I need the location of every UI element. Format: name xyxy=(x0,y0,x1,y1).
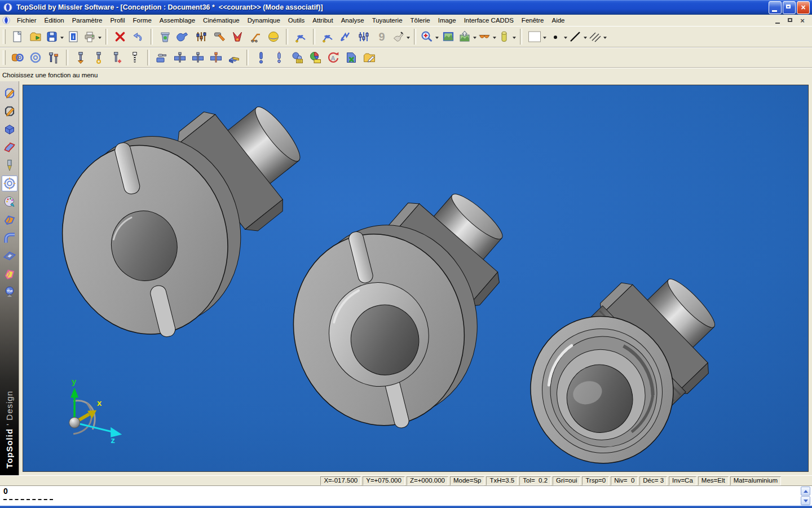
dropdown-caret-icon[interactable] xyxy=(435,37,439,41)
pin-button[interactable] xyxy=(153,49,171,67)
sidebar-surface-button[interactable] xyxy=(2,139,17,155)
mdi-restore-button[interactable] xyxy=(786,17,794,24)
screw-add-button[interactable] xyxy=(108,49,126,67)
component-axis-button[interactable] xyxy=(270,49,288,67)
sidebar-assembly-button[interactable] xyxy=(2,176,17,191)
attributes-button[interactable] xyxy=(192,28,210,46)
new-document-button[interactable] xyxy=(8,28,27,46)
menu-t-lerie[interactable]: Tôlerie xyxy=(407,16,434,25)
dropdown-caret-icon[interactable] xyxy=(98,37,102,41)
dynamic-edition-button[interactable] xyxy=(391,28,411,46)
image-capture-button[interactable] xyxy=(457,28,477,46)
menu-fichier[interactable]: Fichier xyxy=(13,16,41,25)
screw-insert-button[interactable] xyxy=(72,49,90,67)
screw-washer-button[interactable] xyxy=(90,49,108,67)
minimize-button[interactable] xyxy=(769,1,782,14)
fit-view-button[interactable] xyxy=(439,28,457,46)
measure-button[interactable] xyxy=(246,28,264,46)
hatch-style-button[interactable] xyxy=(588,28,607,46)
toolbar-handle[interactable] xyxy=(3,29,6,44)
sidebar-drafting-button[interactable] xyxy=(2,248,17,264)
sidebar-sheet-metal-button[interactable] xyxy=(2,212,17,227)
output-panel[interactable]: 0 xyxy=(0,485,812,506)
export-assembly-button[interactable] xyxy=(342,49,360,67)
plate-bolting-button[interactable] xyxy=(189,49,207,67)
menu-cin-matique[interactable]: Cinématique xyxy=(199,16,244,25)
menu-analyse[interactable]: Analyse xyxy=(337,16,368,25)
sidebar-camera-button[interactable]: TOP xyxy=(2,284,17,300)
bearing-button[interactable] xyxy=(8,49,27,67)
selection-mode-button[interactable] xyxy=(319,28,337,46)
screw-standard-button[interactable] xyxy=(126,49,144,67)
stacking-button[interactable] xyxy=(225,49,243,67)
dropdown-caret-icon[interactable] xyxy=(584,37,587,41)
menu-fen-tre[interactable]: Fenêtre xyxy=(518,16,548,25)
sidebar-unfolding-button[interactable] xyxy=(2,266,17,282)
delete-button[interactable] xyxy=(111,28,129,46)
shading-sphere-button[interactable] xyxy=(264,28,283,46)
plate-nut-button[interactable] xyxy=(207,49,225,67)
standard-component-button[interactable] xyxy=(252,49,270,67)
dropdown-caret-icon[interactable] xyxy=(407,37,410,41)
mdi-close-button[interactable]: × xyxy=(798,17,806,24)
dropdown-caret-icon[interactable] xyxy=(493,37,496,41)
sidebar-piping-button[interactable] xyxy=(2,230,17,246)
ring-button[interactable] xyxy=(27,49,45,67)
menu--dition[interactable]: Édition xyxy=(41,16,68,25)
open-document-button[interactable] xyxy=(27,28,45,46)
sidebar-appearance-button[interactable] xyxy=(2,194,17,209)
menu-forme[interactable]: Forme xyxy=(129,16,156,25)
menu-image[interactable]: Image xyxy=(434,16,460,25)
menu-dynamique[interactable]: Dynamique xyxy=(244,16,284,25)
sidebar-shape-button[interactable] xyxy=(2,121,17,137)
scroll-down-button[interactable] xyxy=(801,496,810,505)
plate-screwing-button[interactable] xyxy=(171,49,189,67)
close-button[interactable]: × xyxy=(797,1,810,14)
render-mode-button[interactable] xyxy=(497,28,517,46)
menu-interface-cadds[interactable]: Interface CADDS xyxy=(460,16,518,25)
tools-button[interactable] xyxy=(210,28,228,46)
vertex-selection-button[interactable] xyxy=(337,28,355,46)
dropdown-caret-icon[interactable] xyxy=(543,37,546,41)
menu-tuyauterie[interactable]: Tuyauterie xyxy=(368,16,407,25)
mdi-minimize-button[interactable] xyxy=(774,17,782,24)
bolt-pair-button[interactable] xyxy=(45,49,63,67)
modify-button[interactable] xyxy=(174,28,192,46)
bill-of-material-button[interactable] xyxy=(288,49,306,67)
recycle-bin-button[interactable] xyxy=(156,28,174,46)
smart-selection-button[interactable] xyxy=(292,28,310,46)
print-button[interactable] xyxy=(82,28,102,46)
magnet-button[interactable]: 9 xyxy=(373,28,391,46)
zoom-button[interactable] xyxy=(420,28,439,46)
sidebar-sketch-3d-button[interactable] xyxy=(2,103,17,119)
restore-button[interactable] xyxy=(783,1,796,14)
update-assembly-button[interactable]: A xyxy=(324,49,342,67)
menu-assemblage[interactable]: Assemblage xyxy=(156,16,199,25)
toolbar-handle[interactable] xyxy=(3,50,6,65)
sidebar-sketch-button[interactable] xyxy=(2,85,17,101)
dropdown-caret-icon[interactable] xyxy=(513,37,516,41)
line-style-button[interactable] xyxy=(568,28,588,46)
visualization-button[interactable] xyxy=(477,28,497,46)
document-info-button[interactable]: i xyxy=(64,28,82,46)
dropdown-caret-icon[interactable] xyxy=(603,37,607,41)
dropdown-caret-icon[interactable] xyxy=(473,37,476,41)
statistics-button[interactable] xyxy=(306,49,324,67)
save-button[interactable] xyxy=(45,28,64,46)
sidebar-machining-button[interactable] xyxy=(2,157,17,173)
scroll-up-button[interactable] xyxy=(801,487,810,496)
selection-filter-button[interactable] xyxy=(355,28,373,46)
catalog-button[interactable] xyxy=(360,49,378,67)
menu-aide[interactable]: Aide xyxy=(548,16,569,25)
current-color-button[interactable] xyxy=(526,28,548,46)
dropdown-caret-icon[interactable] xyxy=(60,37,64,41)
menu-outils[interactable]: Outils xyxy=(284,16,308,25)
menu-attribut[interactable]: Attribut xyxy=(308,16,337,25)
menu-param-tre[interactable]: Paramètre xyxy=(68,16,107,25)
menu-profil[interactable]: Profil xyxy=(106,16,129,25)
point-style-button[interactable] xyxy=(548,28,568,46)
constraints-button[interactable] xyxy=(228,28,246,46)
undo-button[interactable] xyxy=(129,28,147,46)
dropdown-caret-icon[interactable] xyxy=(564,37,567,41)
viewport-3d[interactable]: y x z xyxy=(23,85,809,472)
